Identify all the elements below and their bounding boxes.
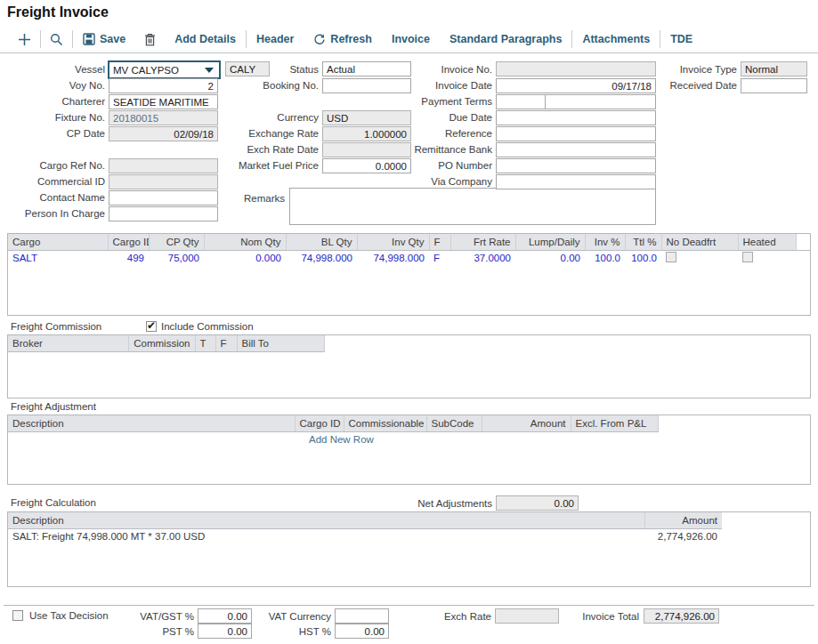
- exch-rate-date-label: Exch Rate Date: [214, 142, 319, 157]
- vessel-dropdown[interactable]: MV CALYPSO: [108, 60, 221, 79]
- new-button[interactable]: [9, 33, 40, 46]
- calculation-row: SALT: Freight 74,998.000 MT * 37.00 USD …: [8, 528, 722, 544]
- booking-no-label: Booking No.: [214, 78, 319, 93]
- exch-rate-bottom-field[interactable]: [495, 608, 559, 624]
- status-label: Status: [214, 62, 319, 77]
- payment-terms-code-field[interactable]: [496, 94, 546, 109]
- toolbar: Save Add Details Header Refresh Invoice …: [9, 28, 702, 51]
- heated-checkbox[interactable]: [742, 252, 753, 262]
- freight-calculation-panel: Description Amount SALT: Freight 74,998.…: [7, 511, 811, 587]
- ttl-pct-cell[interactable]: 100.0: [625, 250, 661, 266]
- cargo-row: SALT 499 75,000 0.000 74,998.000 74,998.…: [8, 250, 810, 266]
- remarks-label: Remarks: [214, 191, 285, 206]
- charterer-field[interactable]: SEATIDE MARITIME: [109, 94, 218, 109]
- remittance-bank-label: Remittance Bank: [392, 142, 492, 157]
- chevron-down-icon: [205, 68, 214, 73]
- col-excl-pl: Excl. From P&L: [571, 415, 658, 431]
- voy-no-field[interactable]: 2: [109, 78, 218, 93]
- due-date-label: Due Date: [392, 110, 492, 125]
- payment-terms-desc-field[interactable]: [545, 94, 656, 109]
- invoice-type-field[interactable]: Normal: [741, 61, 807, 76]
- freight-calculation-table: Description Amount SALT: Freight 74,998.…: [8, 512, 722, 544]
- col-bl-qty: BL Qty: [286, 234, 357, 250]
- cp-qty-cell[interactable]: 75,000: [149, 250, 204, 266]
- invoice-type-label: Invoice Type: [659, 62, 737, 77]
- net-adjustments-label: Net Adjustments: [392, 496, 492, 511]
- col-heated: Heated: [738, 234, 796, 250]
- invoice-total-field[interactable]: 2,774,926.00: [644, 608, 719, 624]
- vessel-value: MV CALYPSO: [109, 65, 205, 76]
- vat-gst-field[interactable]: 0.00: [198, 608, 252, 624]
- inv-pct-cell[interactable]: 100.0: [585, 250, 625, 266]
- header-label: Header: [256, 33, 294, 45]
- bl-qty-cell[interactable]: 74,998.000: [286, 250, 357, 266]
- commercial-id-label: Commercial ID: [0, 174, 105, 189]
- col-cp-qty: CP Qty: [149, 234, 204, 250]
- received-date-field[interactable]: [741, 78, 807, 93]
- hst-field[interactable]: 0.00: [335, 624, 389, 639]
- invoice-label: Invoice: [392, 33, 430, 45]
- include-commission-checkbox[interactable]: [146, 321, 157, 332]
- market-fuel-price-label: Market Fuel Price: [214, 158, 319, 173]
- search-button[interactable]: [41, 33, 72, 46]
- freight-commission-panel: Broker Commission T F Bill To: [7, 334, 811, 398]
- pst-field[interactable]: 0.00: [198, 624, 252, 639]
- cargo-ref-no-label: Cargo Ref No.: [0, 158, 105, 173]
- plus-icon: [18, 33, 31, 46]
- fixture-no-field[interactable]: 20180015: [109, 110, 218, 125]
- person-in-charge-field[interactable]: [109, 206, 218, 221]
- pst-label: PST %: [116, 624, 194, 640]
- inv-qty-cell[interactable]: 74,998.000: [357, 250, 429, 266]
- save-button[interactable]: Save: [73, 33, 135, 45]
- contact-name-label: Contact Name: [0, 190, 105, 205]
- net-adjustments-field[interactable]: 0.00: [496, 495, 579, 511]
- no-deadfrt-cell: [661, 250, 738, 266]
- col-lump-daily: Lump/Daily: [515, 234, 585, 250]
- attachments-button[interactable]: Attachments: [572, 33, 660, 45]
- use-tax-decision-checkbox[interactable]: [12, 610, 23, 621]
- adjustment-header-row: Description Cargo ID Commissionable SubC…: [8, 415, 658, 431]
- due-date-field[interactable]: [496, 110, 656, 125]
- f-cell[interactable]: F: [429, 250, 450, 266]
- col-calc-description: Description: [8, 512, 644, 528]
- standard-paragraphs-button[interactable]: Standard Paragraphs: [440, 33, 571, 45]
- col-bill-to: Bill To: [237, 335, 324, 351]
- use-tax-decision-label: Use Tax Decision: [29, 610, 109, 621]
- delete-button[interactable]: [135, 33, 165, 46]
- cargo-id-cell[interactable]: 499: [108, 250, 149, 266]
- contact-name-field[interactable]: [109, 190, 218, 205]
- invoice-button[interactable]: Invoice: [382, 33, 440, 45]
- person-in-charge-label: Person In Charge: [0, 206, 105, 221]
- nom-qty-cell[interactable]: 0.000: [204, 250, 286, 266]
- invoice-date-field[interactable]: 09/17/18: [496, 78, 656, 93]
- reference-field[interactable]: [496, 126, 656, 141]
- header-button[interactable]: Header: [247, 33, 304, 45]
- no-deadfrt-checkbox[interactable]: [666, 252, 676, 262]
- cp-date-field[interactable]: 02/09/18: [109, 126, 218, 141]
- add-details-label: Add Details: [174, 33, 236, 45]
- cargo-cell[interactable]: SALT: [8, 250, 108, 266]
- remittance-bank-field[interactable]: [496, 142, 656, 157]
- refresh-button[interactable]: Refresh: [304, 33, 382, 45]
- invoice-total-label: Invoice Total: [561, 609, 639, 624]
- frt-rate-cell[interactable]: 37.0000: [450, 250, 515, 266]
- vat-currency-field[interactable]: [335, 608, 389, 624]
- calc-description-cell: SALT: Freight 74,998.000 MT * 37.00 USD: [8, 528, 644, 544]
- refresh-label: Refresh: [330, 33, 372, 45]
- freight-commission-label: Freight Commission: [11, 321, 101, 332]
- via-company-field[interactable]: [496, 174, 656, 189]
- cargo-ref-no-field[interactable]: [109, 158, 218, 173]
- col-subcode: SubCode: [426, 415, 482, 431]
- heated-cell: [738, 250, 796, 266]
- add-new-row-link[interactable]: Add New Row: [309, 434, 374, 445]
- invoice-no-field[interactable]: [496, 61, 656, 76]
- tde-button[interactable]: TDE: [660, 33, 702, 45]
- exch-rate-bottom-label: Exch Rate: [413, 609, 491, 624]
- col-broker: Broker: [8, 335, 128, 351]
- remarks-field[interactable]: [289, 188, 656, 225]
- po-number-field[interactable]: [496, 158, 656, 173]
- reference-label: Reference: [392, 126, 492, 141]
- add-details-button[interactable]: Add Details: [165, 33, 246, 45]
- lump-daily-cell[interactable]: 0.00: [515, 250, 585, 266]
- commercial-id-field[interactable]: [109, 174, 218, 189]
